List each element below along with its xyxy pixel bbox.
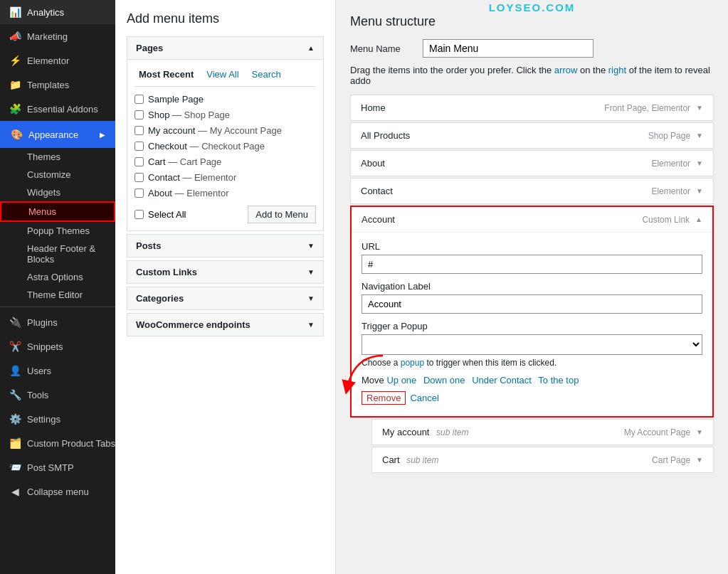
- sidebar-item-post-smtp[interactable]: 📨 Post SMTP: [0, 455, 115, 479]
- menu-item-my-account-sub[interactable]: My account sub item My Account Page ▼: [371, 419, 714, 445]
- move-under-contact-link[interactable]: Under Contact: [472, 375, 532, 386]
- sidebar-sub-widgets[interactable]: Widgets: [0, 184, 115, 201]
- trigger-popup-select[interactable]: [362, 334, 702, 355]
- sidebar-sub-menus[interactable]: Menus: [0, 201, 115, 222]
- woo-endpoints-accordion: WooCommerce endpoints ▼: [127, 313, 324, 336]
- add-to-menu-button[interactable]: Add to Menu: [248, 206, 316, 223]
- account-expanded-header[interactable]: Account Custom Link ▲: [352, 207, 712, 233]
- sidebar-item-marketing[interactable]: 📣 Marketing: [0, 24, 115, 48]
- sidebar-item-plugins[interactable]: 🔌 Plugins: [0, 310, 115, 334]
- page-checkbox-shop[interactable]: [134, 110, 144, 119]
- cart-sub-chevron: ▼: [696, 456, 703, 464]
- menu-item-home[interactable]: Home Front Page, Elementor ▼: [350, 95, 714, 121]
- categories-accordion-header[interactable]: Categories ▼: [127, 287, 323, 309]
- page-label-about[interactable]: About — Elementor: [148, 188, 228, 198]
- page-label-cart[interactable]: Cart — Cart Page: [148, 156, 221, 167]
- woo-endpoints-accordion-header[interactable]: WooCommerce endpoints ▼: [127, 314, 323, 336]
- page-label-shop[interactable]: Shop — Shop Page: [148, 110, 230, 120]
- pages-accordion-content: Most Recent View All Search Sample Page …: [127, 59, 323, 230]
- woo-endpoints-label: WooCommerce endpoints: [136, 319, 250, 330]
- pages-accordion: Pages ▲ Most Recent View All Search Samp…: [127, 36, 324, 231]
- sidebar-item-analytics[interactable]: 📊 Analytics: [0, 0, 115, 24]
- page-checkbox-about[interactable]: [134, 188, 144, 198]
- cancel-link[interactable]: Cancel: [410, 393, 438, 403]
- elementor-icon: ⚡: [9, 54, 21, 67]
- account-expanded-body: URL Navigation Label Trigger a Popup Cho…: [352, 233, 712, 416]
- page-checkbox-contact[interactable]: [134, 173, 144, 182]
- marketing-icon: 📣: [9, 30, 21, 43]
- sidebar-sub-header-footer[interactable]: Header Footer & Blocks: [0, 240, 115, 268]
- sidebar-item-appearance[interactable]: 🎨 Appearance ▶: [0, 121, 115, 148]
- custom-links-arrow: ▼: [307, 268, 315, 276]
- page-label-contact[interactable]: Contact — Elementor: [148, 172, 236, 183]
- select-all-label[interactable]: Select All: [148, 209, 186, 220]
- sidebar-item-settings[interactable]: ⚙️ Settings: [0, 407, 115, 431]
- action-row-wrapper: Remove Cancel: [362, 391, 439, 405]
- menu-name-input[interactable]: [423, 39, 594, 58]
- page-checkbox-myaccount[interactable]: [134, 126, 144, 135]
- account-chevron: ▲: [695, 216, 702, 223]
- menu-item-contact-right: Elementor ▼: [651, 186, 703, 196]
- move-to-top-link[interactable]: To the top: [538, 375, 579, 386]
- about-chevron: ▼: [696, 159, 703, 167]
- select-all-checkbox[interactable]: [134, 210, 144, 219]
- categories-arrow: ▼: [307, 294, 315, 302]
- sidebar-sub-customize[interactable]: Customize: [0, 166, 115, 184]
- sidebar-sub-astra-options[interactable]: Astra Options: [0, 268, 115, 286]
- templates-icon: 📁: [9, 78, 21, 91]
- action-row: Remove Cancel: [362, 391, 439, 405]
- cart-sub-label: Cart: [382, 455, 400, 465]
- menu-item-all-products[interactable]: All Products Shop Page ▼: [350, 122, 714, 149]
- account-label: Account: [362, 214, 395, 225]
- page-label-checkout[interactable]: Checkout — Checkout Page: [148, 141, 265, 152]
- add-menu-items-panel: Add menu items Pages ▲ Most Recent View …: [115, 0, 336, 574]
- page-item-contact: Contact — Elementor: [134, 172, 316, 183]
- menu-item-cart-sub[interactable]: Cart sub item Cart Page ▼: [371, 447, 714, 473]
- tab-search[interactable]: Search: [248, 67, 285, 82]
- sidebar-item-users[interactable]: 👤 Users: [0, 358, 115, 383]
- page-checkbox-checkout[interactable]: [134, 142, 144, 151]
- nav-label-input[interactable]: [362, 294, 702, 314]
- page-label-myaccount[interactable]: My account — My Account Page: [148, 125, 282, 136]
- move-down-one-link[interactable]: Down one: [423, 375, 465, 386]
- tab-most-recent[interactable]: Most Recent: [134, 67, 198, 82]
- remove-link[interactable]: Remove: [362, 391, 406, 405]
- menu-structure-title: Menu structure: [350, 14, 714, 29]
- url-input[interactable]: [362, 255, 702, 274]
- page-item-about: About — Elementor: [134, 188, 316, 198]
- posts-accordion-header[interactable]: Posts ▼: [127, 235, 323, 257]
- menu-name-row: Menu Name: [350, 39, 714, 58]
- menu-item-about[interactable]: About Elementor ▼: [350, 150, 714, 176]
- cart-sub-right: Cart Page ▼: [652, 455, 703, 465]
- sidebar-item-essential-addons[interactable]: 🧩 Essential Addons: [0, 97, 115, 121]
- categories-label: Categories: [136, 293, 184, 304]
- sidebar-item-tools[interactable]: 🔧 Tools: [0, 383, 115, 407]
- sidebar-item-snippets[interactable]: ✂️ Snippets: [0, 334, 115, 358]
- my-account-sub-chevron: ▼: [696, 428, 703, 436]
- account-type: Custom Link: [642, 215, 690, 225]
- sidebar-item-custom-product-tabs[interactable]: 🗂️ Custom Product Tabs: [0, 431, 115, 455]
- sidebar-item-collapse-menu[interactable]: ◀ Collapse menu: [0, 479, 115, 504]
- nav-label-label: Navigation Label: [362, 281, 702, 292]
- custom-links-accordion: Custom Links ▼: [127, 260, 324, 284]
- tab-view-all[interactable]: View All: [202, 67, 243, 82]
- page-checkbox-sample[interactable]: [134, 95, 144, 104]
- menu-name-label: Menu Name: [350, 43, 414, 54]
- sidebar-sub-themes[interactable]: Themes: [0, 148, 115, 166]
- sidebar-sub-theme-editor[interactable]: Theme Editor: [0, 286, 115, 304]
- move-up-one-link[interactable]: Up one: [386, 375, 416, 386]
- sidebar-divider: [0, 307, 115, 307]
- menu-item-account-expanded: Account Custom Link ▲ URL Navigation Lab…: [350, 206, 714, 418]
- popup-hint: Choose a popup to trigger when this item…: [362, 358, 702, 368]
- menu-item-contact[interactable]: Contact Elementor ▼: [350, 178, 714, 204]
- sidebar-item-elementor[interactable]: ⚡ Elementor: [0, 48, 115, 73]
- custom-links-accordion-header[interactable]: Custom Links ▼: [127, 261, 323, 283]
- pages-accordion-header[interactable]: Pages ▲: [127, 37, 323, 59]
- page-checkbox-cart[interactable]: [134, 157, 144, 166]
- sidebar-item-templates[interactable]: 📁 Templates: [0, 73, 115, 97]
- trigger-popup-label: Trigger a Popup: [362, 321, 702, 331]
- contact-chevron: ▼: [696, 187, 703, 195]
- menu-item-all-products-right: Shop Page ▼: [648, 131, 703, 141]
- sidebar-sub-popup-themes[interactable]: Popup Themes: [0, 222, 115, 240]
- page-label-sample[interactable]: Sample Page: [148, 94, 204, 105]
